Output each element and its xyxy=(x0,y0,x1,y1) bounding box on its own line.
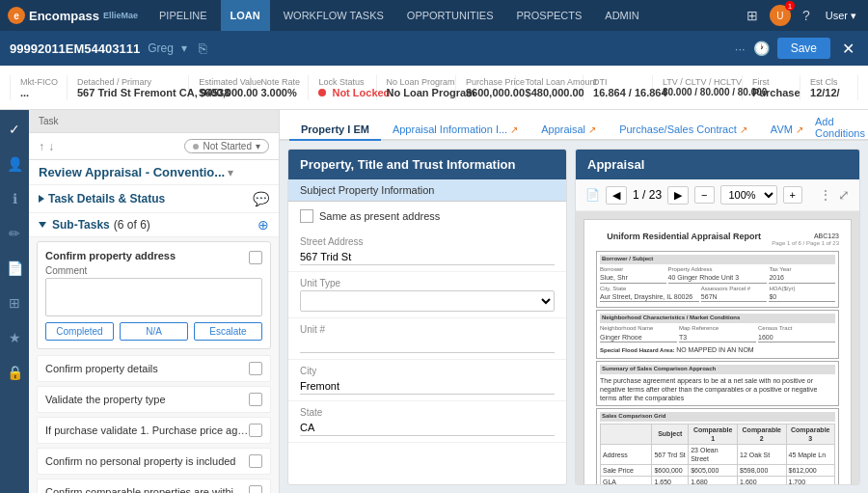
tab-appraisal-label: Appraisal xyxy=(541,123,585,135)
city-input[interactable] xyxy=(300,378,555,395)
same-address-checkbox[interactable] xyxy=(300,209,313,223)
loan-edit-icon[interactable]: ⎘ xyxy=(199,41,206,56)
task-title-container: Review Appraisal - Conventio... ▾ xyxy=(29,160,279,185)
doc-city: Aur Street, Drayshire, IL 80026 xyxy=(600,292,699,302)
subtask-item-3[interactable]: Confirm no personal property is included xyxy=(37,448,271,475)
tab-appraisal-info[interactable]: Appraisal Information I... ↗ xyxy=(381,120,529,141)
subtask-item-2[interactable]: If purchase validate 1. Purchase price a… xyxy=(37,417,271,444)
na-button[interactable]: N/A xyxy=(120,322,188,341)
subtasks-add-icon[interactable]: ⊕ xyxy=(258,217,269,233)
unit-hash-input[interactable] xyxy=(300,337,555,353)
info-ltv: LTV / CLTV / HCLTV 80.000 / 80.000 / 80.… xyxy=(653,75,743,99)
comment-textarea[interactable] xyxy=(45,278,262,316)
help-icon[interactable]: ? xyxy=(799,6,814,25)
zoom-select[interactable]: 100% 75% 125% 150% xyxy=(720,185,777,205)
completed-button[interactable]: Completed xyxy=(45,322,114,341)
sidebar-icon-tasks[interactable]: ✓ xyxy=(5,118,24,141)
doc-neighborhood-section: Neighborhood Characteristics / Market Co… xyxy=(596,310,839,358)
appraisal-options-icon[interactable]: ⋮ xyxy=(819,187,832,203)
nav-loan[interactable]: LOAN xyxy=(221,0,270,31)
doc-comparison-table: Subject Comparable 1 Comparable 2 Compar… xyxy=(600,424,835,484)
save-button[interactable]: Save xyxy=(777,38,830,59)
subtask-text-2: If purchase validate 1. Purchase price a… xyxy=(45,425,249,436)
subtask-checkbox-1[interactable] xyxy=(249,393,262,406)
user-name-nav[interactable]: User ▾ xyxy=(822,8,860,24)
info-note-rate: Note Rate 3.000% xyxy=(251,75,309,100)
loan-user-arrow[interactable]: ▾ xyxy=(181,41,187,55)
sidebar-icon-grid[interactable]: ⊞ xyxy=(5,291,24,315)
info-est-value-val: $600,000.00 xyxy=(199,87,240,98)
task-status-pill[interactable]: Not Started ▾ xyxy=(184,139,269,153)
next-page-button[interactable]: ▶ xyxy=(667,186,689,205)
grid-icon[interactable]: ⊞ xyxy=(743,6,762,25)
info-dti: DTI 16.864 / 16.864 xyxy=(583,75,653,100)
prev-page-button[interactable]: ◀ xyxy=(606,186,627,205)
user-avatar[interactable]: U 1 xyxy=(770,5,791,26)
sidebar-icon-lock[interactable]: 🔒 xyxy=(3,361,27,384)
nav-prospects[interactable]: PROSPECTS xyxy=(506,0,591,31)
doc-census: 1600 xyxy=(758,333,835,342)
sidebar-icon-edit[interactable]: ✏ xyxy=(5,222,24,245)
unit-type-label: Unit Type xyxy=(300,278,555,288)
info-note-label: Note Rate xyxy=(260,77,298,87)
nav-opportunities[interactable]: OPPORTUNITIES xyxy=(397,0,503,31)
subtask-checkbox-3[interactable] xyxy=(249,454,262,468)
doc-file-no: ABC123 Page 1 of 6 / Page 1 of 23 xyxy=(772,232,839,248)
more-icon[interactable]: ··· xyxy=(735,41,746,56)
status-dot-icon xyxy=(193,144,199,150)
subtasks-collapse-icon[interactable] xyxy=(39,222,46,228)
sidebar-icon-info[interactable]: ℹ xyxy=(9,187,21,210)
zoom-out-button[interactable]: − xyxy=(694,186,714,204)
clock-icon[interactable]: 🕐 xyxy=(753,41,770,56)
subtask-checkbox-address[interactable] xyxy=(249,251,262,264)
subtask-item-0[interactable]: Confirm property details xyxy=(37,355,271,382)
nav-admin[interactable]: ADMIN xyxy=(595,0,648,31)
task-details-label: Task Details & Status xyxy=(48,192,249,205)
nav-workflow[interactable]: WORKFLOW TASKS xyxy=(274,0,393,31)
arrow-up-icon[interactable]: ↑ xyxy=(39,140,44,153)
subtask-checkbox-4[interactable] xyxy=(249,485,262,493)
unit-hash-label: Unit # xyxy=(300,324,555,335)
subtask-item-1[interactable]: Validate the property type xyxy=(37,386,271,413)
close-button[interactable]: ✕ xyxy=(838,40,858,58)
zoom-in-button[interactable]: + xyxy=(783,186,802,204)
subtask-checkbox-2[interactable] xyxy=(249,424,262,437)
info-la-label: Total Loan Amount xyxy=(526,77,574,87)
state-label: State xyxy=(300,407,555,418)
info-loan-amount: Total Loan Amount $480,000.00 xyxy=(516,75,584,100)
sidebar-icon-star[interactable]: ★ xyxy=(5,326,25,349)
nav-pipeline[interactable]: PIPELINE xyxy=(149,0,217,31)
tab-property-em[interactable]: Property I EM xyxy=(289,120,381,141)
doc-page: Uniform Residential Appraisal Report ABC… xyxy=(583,219,852,484)
subtask-checkbox-0[interactable] xyxy=(249,362,262,375)
appraisal-document-area[interactable]: Uniform Residential Appraisal Report ABC… xyxy=(576,211,859,484)
tab-appraisal[interactable]: Appraisal ↗ xyxy=(529,120,608,141)
task-title-arrow[interactable]: ▾ xyxy=(228,166,233,179)
add-conditions-button[interactable]: Add Conditions xyxy=(815,116,865,139)
info-program-value: No Loan Program xyxy=(387,87,446,98)
doc-notes-section: Summary of Sales Comparison Approach The… xyxy=(596,361,839,406)
unit-type-select[interactable] xyxy=(300,290,555,312)
sidebar-icon-person[interactable]: 👤 xyxy=(3,152,27,176)
info-est-value: Estimated Value $600,000.00 xyxy=(189,75,251,100)
doc-borrower-section: Borrower / Subject Borrower Slue, Shr Pr… xyxy=(596,251,839,309)
subtask-item-4[interactable]: Confirm comparable properties are within… xyxy=(37,479,271,493)
loan-bar: 99992011EM54403111 Greg ▾ ⎘ ··· 🕐 Save ✕ xyxy=(0,31,868,66)
subtask-text-0: Confirm property details xyxy=(45,363,249,374)
street-address-input[interactable] xyxy=(300,249,555,265)
appraisal-expand-icon[interactable]: ⤢ xyxy=(838,187,850,203)
appraisal-doc-icon[interactable]: 📄 xyxy=(585,188,600,202)
state-input[interactable] xyxy=(300,420,555,436)
task-details-section[interactable]: Task Details & Status 💬 xyxy=(29,185,279,213)
info-fico-value: ... xyxy=(20,87,57,98)
tab-purchase-contract[interactable]: Purchase/Sales Contract ↗ xyxy=(608,120,759,141)
tab-appraisal-info-link-icon: ↗ xyxy=(510,124,518,135)
info-est-label: Estimated Value xyxy=(199,77,240,87)
arrow-down-icon[interactable]: ↓ xyxy=(48,140,54,153)
escalate-button[interactable]: Escalate xyxy=(194,322,262,341)
tab-avm[interactable]: AVM ↗ xyxy=(759,120,815,141)
sidebar-icon-document[interactable]: 📄 xyxy=(3,257,27,280)
same-address-row: Same as present address xyxy=(288,202,566,231)
appraisal-panel: Appraisal 📄 ◀ 1 / 23 ▶ − 100% 75% xyxy=(575,149,860,485)
doc-borrower: Slue, Shr xyxy=(600,273,666,283)
